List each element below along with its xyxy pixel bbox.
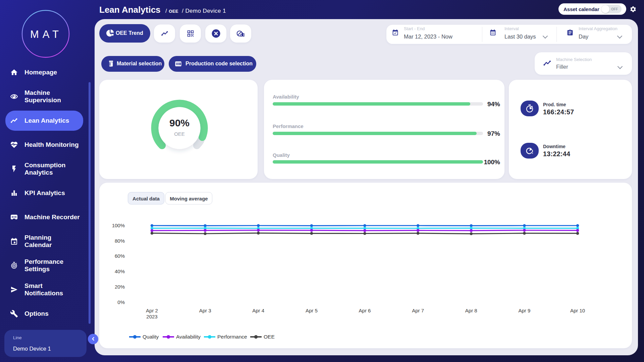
svg-text:Apr 9: Apr 9: [518, 308, 530, 313]
svg-text:Apr 8: Apr 8: [465, 308, 477, 313]
svg-text:Apr 2: Apr 2: [146, 308, 158, 313]
svg-text:Apr 5: Apr 5: [306, 308, 318, 313]
svg-text:OEE: OEE: [264, 334, 275, 340]
svg-text:MAT: MAT: [30, 28, 62, 40]
svg-text:80%: 80%: [115, 238, 125, 244]
svg-text:OEE: OEE: [174, 131, 185, 137]
svg-text:Availability: Availability: [176, 334, 201, 340]
svg-text:2023: 2023: [146, 314, 157, 319]
svg-text:20%: 20%: [115, 284, 125, 290]
svg-text:Quality: Quality: [143, 334, 159, 340]
svg-text:Performance: Performance: [217, 334, 247, 340]
svg-text:Apr 6: Apr 6: [359, 308, 371, 313]
svg-text:100%: 100%: [112, 223, 125, 228]
svg-text:90%: 90%: [169, 117, 190, 128]
svg-text:Apr 7: Apr 7: [412, 308, 424, 313]
svg-text:0%: 0%: [117, 299, 125, 305]
svg-text:60%: 60%: [115, 253, 125, 259]
svg-text:40%: 40%: [115, 268, 125, 274]
svg-text:Apr 3: Apr 3: [199, 308, 211, 313]
svg-text:Apr 4: Apr 4: [252, 308, 264, 313]
svg-text:Apr 10: Apr 10: [570, 308, 585, 313]
